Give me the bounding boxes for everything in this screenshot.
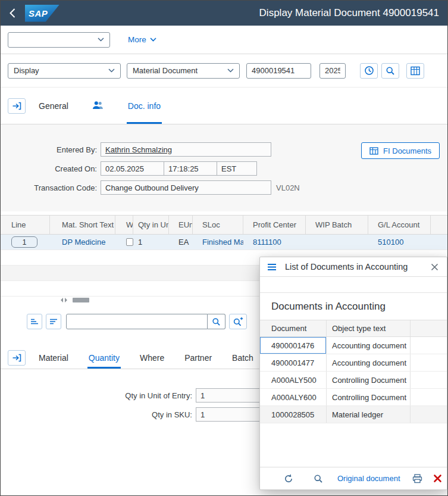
transaction-code-value: Change Outbound Delivery	[105, 183, 199, 192]
scroll-left-icon[interactable]	[58, 298, 63, 302]
table-filter-input[interactable]	[66, 314, 208, 329]
cell-document[interactable]: 1000028505	[260, 406, 327, 423]
timezone-value: EST	[221, 164, 236, 173]
created-date-field[interactable]: 02.05.2025	[101, 161, 164, 176]
expand-section-icon	[12, 102, 21, 110]
column-header-document[interactable]: Document	[260, 320, 327, 336]
tab-partner[interactable]: Partner	[183, 347, 213, 369]
search-button[interactable]	[381, 63, 399, 79]
find-button[interactable]	[314, 474, 323, 483]
cell-object-type[interactable]: Controlling Document	[327, 372, 411, 388]
search-icon	[386, 66, 395, 76]
entered-by-value: Kathrin Schmalzing	[105, 145, 172, 154]
document-row[interactable]: A000ALY600 Controlling Document	[260, 389, 447, 406]
mode-select[interactable]: Display	[8, 63, 121, 79]
document-row[interactable]: 4900001476 Accounting document	[260, 337, 447, 354]
tab-where[interactable]: Where	[139, 347, 165, 369]
tab-material[interactable]: Material	[37, 347, 70, 369]
transaction-code-field[interactable]: Change Outbound Delivery	[101, 180, 271, 195]
cell-document[interactable]: 4900001477	[260, 354, 327, 371]
created-on-label: Created On:	[1, 164, 97, 173]
doc-info-form: Entered By: Kathrin Schmalzing Created O…	[1, 124, 447, 211]
expand-header-button[interactable]	[8, 98, 26, 114]
sort-ascending-button[interactable]	[27, 314, 42, 329]
cell-gl-account[interactable]: 510100	[368, 235, 431, 249]
document-row[interactable]: A000ALY500 Controlling Document	[260, 372, 447, 389]
column-header-wip-batch[interactable]: WIP Batch	[306, 216, 368, 234]
document-number-input[interactable]	[246, 63, 311, 79]
tab-batch[interactable]: Batch	[231, 347, 255, 369]
tab-quantity[interactable]: Quantity	[87, 347, 121, 369]
column-header-sloc[interactable]: SLoc	[193, 216, 243, 234]
display-grid-button[interactable]	[406, 63, 424, 79]
sort-descending-button[interactable]	[46, 314, 61, 329]
x-icon	[431, 263, 438, 271]
table-row[interactable]: 1 DP Medicine 1 EA Finished Mat 8111100 …	[1, 235, 447, 250]
print-button[interactable]	[412, 474, 422, 483]
tab-quantity-label: Quantity	[89, 353, 120, 363]
cell-object-type[interactable]: Accounting document	[327, 354, 411, 371]
search-icon	[212, 317, 221, 326]
tab-doc-info[interactable]: Doc. info	[127, 88, 162, 124]
printer-icon	[412, 474, 422, 483]
document-row[interactable]: 4900001477 Accounting document	[260, 354, 447, 372]
close-icon[interactable]	[428, 262, 441, 272]
people-icon[interactable]	[92, 101, 104, 111]
more-label: More	[128, 35, 146, 44]
cell-wip-batch[interactable]	[306, 235, 368, 249]
year-input[interactable]	[319, 63, 346, 79]
w-checkbox[interactable]	[126, 238, 133, 246]
back-button[interactable]	[9, 8, 15, 18]
cell-document[interactable]: A000ALY600	[260, 389, 327, 405]
table-search-button[interactable]	[208, 314, 225, 329]
cell-mat-short-text[interactable]: DP Medicine	[50, 235, 115, 249]
row-selector[interactable]: 1	[11, 236, 37, 248]
qty-entry-label: Qty in Unit of Entry:	[1, 391, 192, 400]
cell-qty-une[interactable]: 1	[133, 235, 169, 249]
tab-material-label: Material	[39, 353, 68, 363]
original-document-button[interactable]: Original document	[337, 474, 400, 483]
column-header-gl-account[interactable]: G/L Account	[368, 216, 431, 234]
documents-heading: Documents in Accounting	[271, 301, 447, 313]
column-header-w[interactable]: W	[115, 216, 133, 234]
timezone-field[interactable]: EST	[217, 161, 257, 176]
expand-detail-button[interactable]	[8, 350, 26, 366]
column-header-qty-une[interactable]: Qty in UnE	[133, 216, 169, 234]
more-menu-button[interactable]: More	[128, 35, 156, 44]
scroll-right-icon[interactable]	[65, 298, 70, 302]
cell-document[interactable]: 4900001476	[260, 337, 327, 354]
shell-header: SAP Display Material Document 4900019541	[1, 1, 447, 26]
column-header-mat-short-text[interactable]: Mat. Short Text	[50, 216, 115, 234]
cell-object-type[interactable]: Controlling Document	[327, 389, 411, 405]
cell-sloc[interactable]: Finished Mat	[193, 235, 243, 249]
cell-document[interactable]: A000ALY500	[260, 372, 327, 388]
menu-icon[interactable]	[266, 262, 278, 272]
column-header-line[interactable]: Line	[1, 216, 50, 234]
close-dialog-button[interactable]	[433, 474, 442, 483]
column-header-object-type[interactable]: Object type text	[327, 320, 411, 336]
object-type-select-value: Material Document	[133, 66, 198, 75]
tab-partner-label: Partner	[184, 353, 212, 363]
document-row[interactable]: 1000028505 Material ledger	[260, 406, 447, 423]
search-plus-icon	[233, 317, 243, 326]
column-header-profit-center[interactable]: Profit Center	[243, 216, 306, 234]
tab-general[interactable]: General	[37, 88, 70, 124]
command-field[interactable]	[8, 32, 110, 48]
cell-object-type[interactable]: Material ledger	[327, 406, 411, 423]
items-table-header: Line Mat. Short Text W Qty in UnE EUn SL…	[1, 216, 447, 235]
dialog-body: Documents in Accounting Document Object …	[260, 277, 447, 467]
mode-select-value: Display	[14, 66, 39, 75]
cell-profit-center[interactable]: 8111100	[243, 235, 306, 249]
fi-documents-button[interactable]: FI Documents	[361, 142, 440, 159]
cell-eun[interactable]: EA	[169, 235, 193, 249]
history-button[interactable]	[360, 63, 378, 79]
refresh-button[interactable]	[284, 474, 293, 483]
scrollbar-thumb[interactable]	[73, 298, 89, 302]
entered-by-field[interactable]: Kathrin Schmalzing	[101, 142, 271, 157]
column-header-eun[interactable]: EUn	[169, 216, 193, 234]
search-more-button[interactable]	[229, 314, 247, 329]
created-time-field[interactable]: 17:18:25	[164, 161, 217, 176]
object-type-select[interactable]: Material Document	[127, 63, 240, 79]
cell-object-type[interactable]: Accounting document	[327, 337, 411, 354]
page-title: Display Material Document 4900019541	[259, 7, 439, 19]
